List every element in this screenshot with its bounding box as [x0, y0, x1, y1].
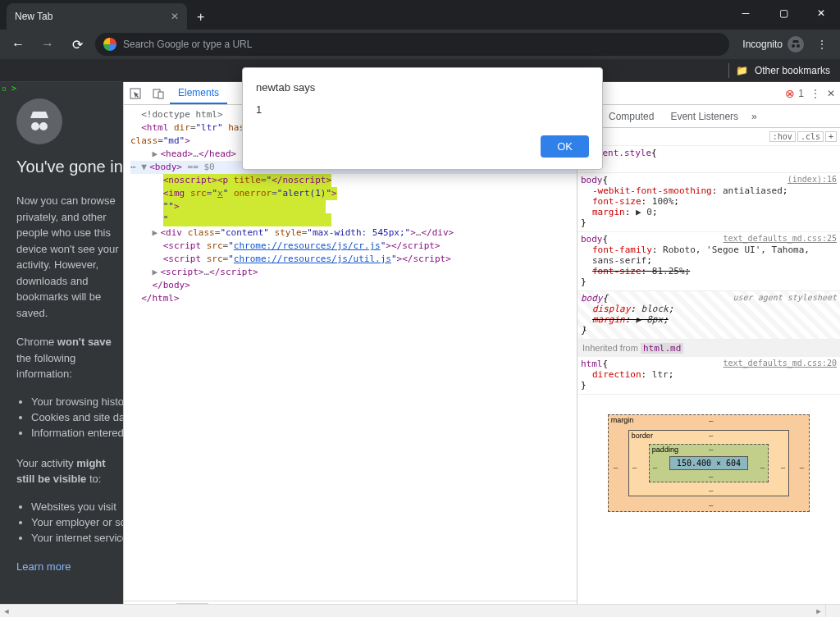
- elements-panel: <!doctype html> <html dir="ltr" hasc cla…: [124, 105, 578, 617]
- incognito-heading: You've gone incognito: [16, 158, 123, 176]
- error-icon[interactable]: ⊗: [785, 87, 795, 100]
- tab-computed[interactable]: Computed: [600, 111, 662, 122]
- other-bookmarks[interactable]: Other bookmarks: [755, 65, 830, 76]
- scroll-left-icon[interactable]: ◄: [0, 607, 13, 615]
- tab-event-listeners[interactable]: Event Listeners: [662, 111, 746, 122]
- dialog-message: 1: [256, 103, 589, 116]
- style-rules[interactable]: element.style { } body {(index):16 -webk…: [578, 146, 840, 617]
- scroll-right-icon[interactable]: ►: [812, 607, 825, 615]
- tab-title: New Tab: [15, 11, 52, 22]
- learn-more-link[interactable]: Learn more: [16, 560, 71, 573]
- incognito-indicator: Incognito: [742, 36, 804, 53]
- list-item: Websites you visit: [31, 500, 123, 513]
- close-tab-icon[interactable]: ✕: [171, 11, 179, 22]
- tab-elements[interactable]: Elements: [170, 82, 227, 104]
- list-item: Cookies and site data: [31, 411, 123, 423]
- svg-rect-2: [158, 92, 163, 98]
- forward-button[interactable]: →: [36, 37, 59, 52]
- list-item: Information entered in forms: [31, 427, 123, 439]
- hov-toggle[interactable]: :hov: [769, 131, 796, 142]
- close-window-button[interactable]: ✕: [802, 0, 840, 26]
- styles-tabs: S Computed Event Listeners »: [578, 105, 840, 128]
- window-titlebar: New Tab ✕ + ─ ▢ ✕: [0, 0, 840, 30]
- horizontal-scrollbar[interactable]: ◄ ►: [0, 604, 825, 617]
- incognito-logo: [16, 98, 62, 144]
- styles-panel: S Computed Event Listeners » :hov .cls +…: [578, 105, 840, 617]
- dom-tree[interactable]: <!doctype html> <html dir="ltr" hasc cla…: [124, 105, 577, 601]
- browser-tab[interactable]: New Tab ✕: [7, 3, 187, 30]
- folder-icon: 📁: [736, 65, 748, 76]
- list-item: Your internet service provider: [31, 532, 123, 544]
- google-icon: [103, 38, 116, 51]
- inspect-icon[interactable]: [124, 82, 147, 104]
- device-toggle-icon[interactable]: [147, 82, 170, 104]
- reload-button[interactable]: ⟳: [66, 37, 89, 53]
- ok-button[interactable]: OK: [541, 135, 589, 158]
- menu-button[interactable]: ⋮: [817, 39, 827, 50]
- more-tabs-icon[interactable]: »: [751, 111, 757, 122]
- box-model: margin –––– border –––– padding –––– 150…: [578, 395, 840, 532]
- new-style-button[interactable]: +: [825, 131, 837, 142]
- incognito-icon: [788, 36, 804, 53]
- window-controls: ─ ▢ ✕: [727, 0, 840, 26]
- incognito-desc-1: Now you can browse privately, and other …: [16, 193, 123, 321]
- browser-toolbar: ← → ⟳ Search Google or type a URL Incogn…: [0, 30, 840, 59]
- new-tab-button[interactable]: +: [197, 10, 204, 25]
- js-alert-dialog: newtab says 1 OK: [242, 67, 603, 170]
- list-item: Your employer or school: [31, 516, 123, 528]
- omnibox[interactable]: Search Google or type a URL: [95, 33, 729, 56]
- devtools-close-icon[interactable]: ✕: [827, 88, 835, 99]
- list-item: Your browsing history: [31, 395, 123, 408]
- incognito-new-tab: You've gone incognito Now you can browse…: [0, 82, 123, 617]
- box-model-content: 150.400 × 604: [669, 456, 748, 470]
- dialog-title: newtab says: [256, 81, 589, 94]
- visible-to-list: Websites you visit Your employer or scho…: [16, 500, 123, 544]
- maximize-button[interactable]: ▢: [765, 0, 802, 26]
- resize-grip[interactable]: [825, 604, 840, 617]
- wont-save-list: Your browsing history Cookies and site d…: [16, 395, 123, 439]
- back-button[interactable]: ←: [7, 37, 30, 52]
- minimize-button[interactable]: ─: [727, 0, 765, 26]
- inherited-from: Inherited from html.md: [578, 340, 840, 357]
- styles-toolbar: :hov .cls +: [578, 128, 840, 146]
- cls-toggle[interactable]: .cls: [797, 131, 824, 142]
- devtools-menu-icon[interactable]: ⋮: [810, 88, 820, 99]
- omnibox-placeholder: Search Google or type a URL: [123, 39, 252, 50]
